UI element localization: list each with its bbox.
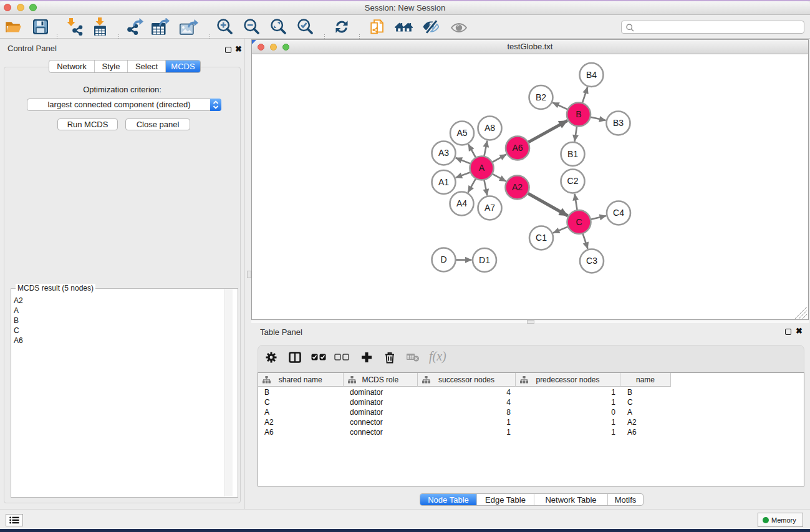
svg-text:C1: C1 <box>536 233 547 243</box>
svg-text:A5: A5 <box>456 128 467 138</box>
svg-text:C3: C3 <box>586 256 597 266</box>
svg-text:A4: A4 <box>456 198 467 208</box>
svg-text:B: B <box>576 109 581 119</box>
svg-text:A8: A8 <box>485 123 495 133</box>
svg-text:C2: C2 <box>567 176 579 186</box>
svg-text:D1: D1 <box>479 255 490 265</box>
svg-text:A6: A6 <box>512 143 523 153</box>
svg-text:D: D <box>440 254 446 264</box>
svg-text:A2: A2 <box>512 182 523 192</box>
svg-text:B4: B4 <box>586 70 597 80</box>
svg-text:B2: B2 <box>536 92 546 102</box>
svg-text:C4: C4 <box>613 208 624 218</box>
svg-text:A: A <box>479 163 485 173</box>
svg-text:A3: A3 <box>438 148 449 158</box>
svg-text:B1: B1 <box>567 149 578 159</box>
svg-text:B3: B3 <box>613 118 624 128</box>
svg-text:A7: A7 <box>485 203 495 213</box>
svg-text:C: C <box>576 217 582 227</box>
svg-text:A1: A1 <box>438 177 449 187</box>
